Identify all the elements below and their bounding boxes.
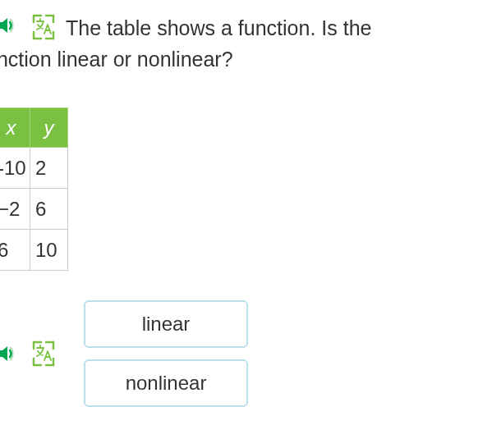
speaker-icon[interactable] [0,11,21,39]
translate-icon[interactable] [28,11,59,43]
table-row: −2 6 [0,189,68,230]
function-table: x y -10 2 −2 6 6 10 [0,107,68,271]
answer-buttons: linear nonlinear [84,300,248,407]
linear-button[interactable]: linear [84,300,248,348]
translate-icon[interactable] [28,338,59,369]
table-cell: 10 [30,230,68,271]
table-cell: 6 [0,230,30,271]
nonlinear-button[interactable]: nonlinear [84,359,248,407]
question-text-line2: unction linear or nonlinear? [0,44,492,75]
table-cell: 6 [30,189,68,230]
table-row: -10 2 [0,148,68,189]
question-row: The table shows a function. Is the [0,11,492,44]
answer-area: linear nonlinear [0,300,492,407]
table-row: 6 10 [0,230,68,271]
table-header-y: y [30,108,68,148]
table-cell: 2 [30,148,68,189]
table-header-x: x [0,108,30,148]
table-cell: −2 [0,189,30,230]
speaker-icon[interactable] [0,340,21,368]
table-cell: -10 [0,148,30,189]
table-header-row: x y [0,108,68,148]
question-text-line1: The table shows a function. Is the [66,11,371,44]
